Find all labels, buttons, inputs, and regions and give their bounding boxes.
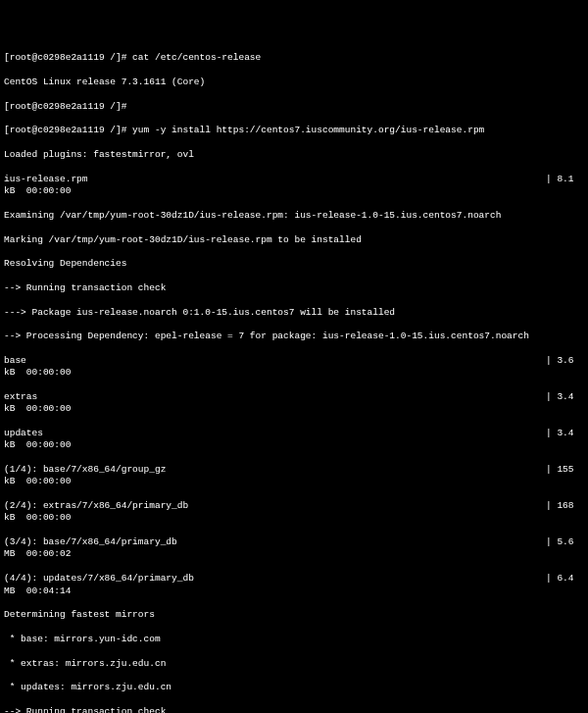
- terminal-line: * base: mirrors.yun-idc.com: [4, 634, 584, 645]
- terminal-line: (1/4): base/7/x86_64/group_gz | 155 kB 0…: [4, 464, 584, 488]
- terminal-line: updates | 3.4 kB 00:00:00: [4, 428, 584, 452]
- terminal-line: [root@c0298e2a1119 /]#: [4, 101, 584, 113]
- terminal-line: --> Processing Dependency: epel-release …: [4, 331, 584, 342]
- terminal-line: CentOS Linux release 7.3.1611 (Core): [4, 76, 584, 88]
- terminal-line: Resolving Dependencies: [4, 258, 584, 270]
- terminal-line: ---> Package ius-release.noarch 0:1.0-15…: [4, 307, 584, 319]
- terminal-line: extras | 3.4 kB 00:00:00: [4, 391, 584, 416]
- terminal-line: (2/4): extras/7/x86_64/primary_db | 168 …: [4, 500, 584, 525]
- terminal-line: (4/4): updates/7/x86_64/primary_db | 6.4…: [4, 573, 584, 597]
- terminal-line: (3/4): base/7/x86_64/primary_db | 5.6 MB…: [4, 536, 584, 561]
- terminal-line: base | 3.6 kB 00:00:00: [4, 355, 584, 380]
- terminal-line: --> Running transaction check: [4, 706, 584, 713]
- terminal-line: Examining /var/tmp/yum-root-30dz1D/ius-r…: [4, 210, 584, 222]
- terminal-line: --> Running transaction check: [4, 282, 584, 294]
- terminal-line: [root@c0298e2a1119 /]# yum -y install ht…: [4, 125, 584, 136]
- terminal-line: * updates: mirrors.zju.edu.cn: [4, 682, 584, 693]
- terminal-line: ius-release.rpm | 8.1 kB 00:00:00: [4, 174, 584, 198]
- terminal-line: * extras: mirrors.zju.edu.cn: [4, 658, 584, 670]
- terminal-line: [root@c0298e2a1119 /]# cat /etc/centos-r…: [4, 52, 584, 64]
- terminal-line: Marking /var/tmp/yum-root-30dz1D/ius-rel…: [4, 234, 584, 246]
- terminal-line: Determining fastest mirrors: [4, 609, 584, 621]
- terminal-line: Loaded plugins: fastestmirror, ovl: [4, 149, 584, 161]
